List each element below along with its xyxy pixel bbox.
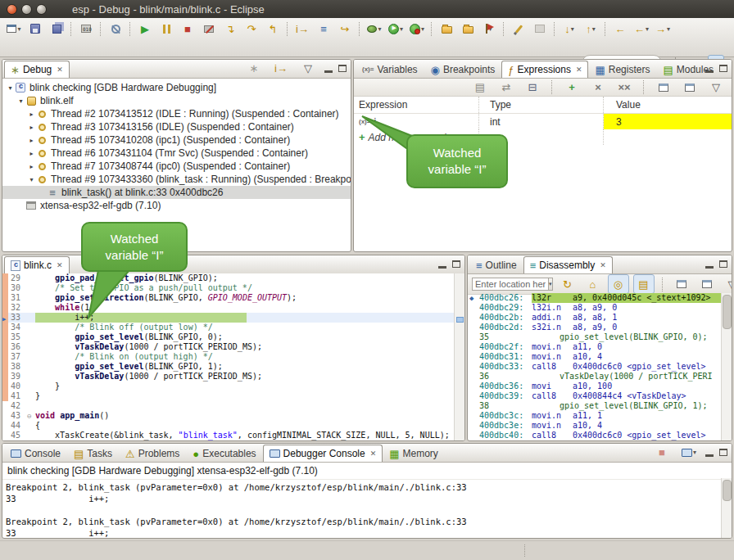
tab-close-icon[interactable]: ✕ [370, 449, 377, 458]
code-line[interactable]: 31 gpio_set_direction(BLINK_GPIO, GPIO_M… [2, 293, 455, 303]
disconnect-button[interactable] [198, 19, 220, 38]
debug-tree-item[interactable]: ▸Thread #5 1073410208 (ipc1) (Suspended … [2, 133, 351, 147]
run-button[interactable]: ▾ [385, 19, 406, 38]
scrollbar-thumb[interactable] [723, 295, 732, 329]
back-dropdown-icon[interactable]: ▾ [646, 25, 649, 33]
tab-close-icon[interactable]: ✕ [600, 261, 606, 269]
tree-expander-icon[interactable]: ▸ [27, 137, 36, 144]
debug-tree-item[interactable]: ▸Thread #2 1073413512 (IDLE : Running) (… [2, 107, 351, 120]
code-line[interactable]: 34 /* Blink off (output low) */ [2, 323, 455, 332]
new-project-button[interactable] [436, 19, 457, 38]
remove-all-expressions-button[interactable]: ×× [614, 78, 635, 97]
scrollbar-thumb[interactable] [723, 480, 732, 501]
debug-tree-item[interactable]: ▾Thread #9 1073433360 (blink_task : Runn… [2, 173, 351, 186]
save-all-button[interactable] [46, 19, 67, 38]
resume-button[interactable]: ▶ [134, 19, 156, 38]
collapse-all-button[interactable]: ⊟ [522, 78, 543, 97]
column-type[interactable]: Type [479, 97, 604, 113]
build-disabled-button[interactable] [529, 19, 550, 38]
column-value[interactable]: Value [604, 97, 732, 113]
window-close-button[interactable] [7, 4, 17, 15]
maximize-button[interactable] [719, 260, 727, 268]
pin-view-button[interactable] [679, 78, 700, 97]
display-selected-console-dropdown-icon[interactable]: ▾ [693, 449, 696, 456]
remove-expression-button[interactable]: × [587, 78, 609, 97]
tab-tasks[interactable]: ▤Tasks [67, 445, 119, 462]
run-dropdown-icon[interactable]: ▾ [400, 25, 403, 33]
tree-expander-icon[interactable]: ▸ [27, 124, 36, 131]
maximize-button[interactable] [719, 449, 727, 456]
format-button[interactable] [508, 19, 529, 38]
minimize-button[interactable] [438, 266, 446, 269]
tab-console[interactable]: Console [4, 445, 67, 462]
tree-expander-icon[interactable]: ▾ [16, 97, 25, 105]
code-line[interactable]: 45 xTaskCreate(&blink_task, "blink_task"… [2, 431, 455, 440]
tab-executables[interactable]: ●Executables [186, 445, 262, 462]
tab-close-icon[interactable]: ✕ [57, 261, 63, 269]
tab-disassembly[interactable]: ≡Disassembly✕ [523, 256, 613, 273]
build-button[interactable] [75, 19, 97, 38]
code-line[interactable]: 37 /* Blink on (output high) */ [2, 352, 455, 362]
tab-breakpoints[interactable]: ◉Breakpoints [424, 61, 502, 78]
sync-with-context-button[interactable]: ◎ [608, 274, 629, 294]
tree-expander-icon[interactable]: ▾ [27, 176, 36, 183]
tab-debug[interactable]: ∗Debug✕ [4, 61, 70, 78]
back-to-editor-button[interactable]: ← [609, 19, 631, 38]
tab-memory[interactable]: ▦Memory [383, 445, 445, 462]
code-line[interactable]: 29 gpio_pad_select_gpio(BLINK_GPIO); [2, 273, 455, 283]
tab-outline[interactable]: ≡Outline [469, 256, 523, 273]
view-menu-button[interactable]: ▽ [705, 78, 727, 97]
code-line[interactable]: 30 /* Set the GPIO as a push/pull output… [2, 283, 455, 293]
next-annotation-button[interactable]: ↑▾ [580, 19, 601, 38]
tree-expander-icon[interactable]: ▸ [27, 111, 36, 118]
step-over-button[interactable]: ↷ [241, 19, 262, 38]
tab-debugger-console[interactable]: Debugger Console✕ [263, 445, 383, 462]
tab-blink-c[interactable]: blink.c✕ [4, 256, 70, 273]
instruction-stepping-button[interactable]: i→ [292, 19, 313, 38]
open-new-view-button[interactable] [671, 274, 692, 294]
debug-tree-item[interactable]: ▸Thread #7 1073408744 (ipc0) (Suspended … [2, 160, 351, 173]
open-project-button[interactable] [457, 19, 478, 38]
forward-button[interactable]: →▾ [652, 19, 673, 38]
debug-button[interactable]: ▾ [364, 19, 385, 38]
disassembly-listing[interactable]: ◆400dbc26:l32ra9, 0x400d045c <_stext+109… [468, 293, 722, 440]
debug-dropdown-icon[interactable]: ▾ [378, 25, 381, 33]
window-maximize-button[interactable] [36, 4, 47, 15]
minimize-button[interactable] [705, 454, 714, 457]
link-with-debug-button[interactable]: ⇄ [496, 78, 517, 97]
debug-tree-item[interactable]: xtensa-esp32-elf-gdb (7.10) [2, 199, 351, 212]
show-type-names-button[interactable]: ▤ [469, 78, 491, 97]
tree-expander-icon[interactable]: ▾ [6, 84, 15, 92]
instruction-stepping-mode-button[interactable]: i→ [270, 59, 292, 79]
tab-close-icon[interactable]: ✕ [576, 65, 582, 74]
debug-tree-item[interactable]: ≡blink_task() at blink.c:33 0x400dbc26 [2, 186, 351, 199]
console-scrollbar[interactable] [721, 478, 732, 538]
code-line[interactable]: 43⊖void app_main() [2, 411, 455, 421]
code-line[interactable]: 44{ [2, 421, 455, 431]
new-wizard-dropdown-icon[interactable]: ▾ [17, 25, 20, 33]
debug-tree-item[interactable]: ▸Thread #6 1073431104 (Tmr Svc) (Suspend… [2, 147, 351, 160]
view-menu-button[interactable]: ▽ [722, 274, 732, 294]
terminate-console-button[interactable]: ■ [651, 443, 673, 463]
code-line[interactable]: 32 while(1) [2, 303, 455, 313]
window-minimize-button[interactable] [21, 4, 32, 15]
maximize-button[interactable] [719, 65, 727, 72]
minimize-button[interactable] [705, 70, 714, 73]
code-line[interactable]: 40 } [2, 382, 455, 391]
edit-step-filters-button[interactable]: ≡ [313, 19, 334, 38]
code-line[interactable]: 39 vTaskDelay(1000 / portTICK_PERIOD_MS)… [2, 372, 455, 382]
last-edit-location-button[interactable]: ↓▾ [559, 19, 580, 38]
back-button[interactable]: ←▾ [631, 19, 652, 38]
annotation-marker[interactable] [456, 317, 464, 323]
maximize-button[interactable] [452, 260, 460, 268]
overview-ruler[interactable] [454, 273, 464, 440]
disassembly-location-input[interactable] [472, 278, 549, 291]
show-source-button[interactable]: ▤ [633, 274, 655, 294]
code-line[interactable]: 36 vTaskDelay(1000 / portTICK_PERIOD_MS)… [2, 342, 455, 352]
view-menu-button[interactable]: ▽ [297, 59, 319, 79]
tab-problems[interactable]: ⚠Problems [119, 445, 186, 462]
code-line[interactable]: 41} [2, 391, 455, 401]
tab-registers[interactable]: ▦Registers [588, 61, 656, 78]
tree-expander-icon[interactable]: ▸ [27, 163, 36, 170]
code-line[interactable]: 38 gpio_set_level(BLINK_GPIO, 1); [2, 362, 455, 372]
